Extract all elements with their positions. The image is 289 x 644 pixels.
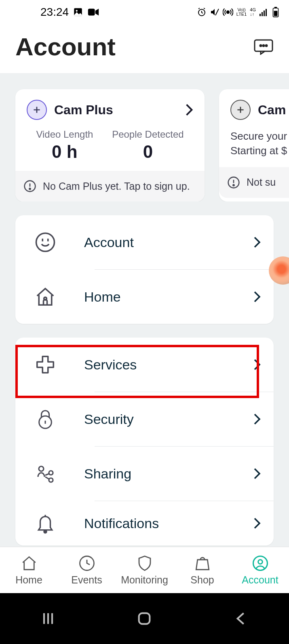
menu-label: Home	[60, 289, 253, 305]
system-nav-bar	[0, 593, 289, 644]
nav-account[interactable]: Account	[231, 547, 289, 593]
menu-section-1: Account Home	[15, 215, 274, 324]
video-icon	[87, 7, 99, 17]
menu-item-sharing[interactable]: Sharing	[15, 447, 274, 501]
svg-point-29	[39, 466, 44, 471]
info-icon	[23, 180, 36, 193]
stat-value: 0	[112, 142, 184, 162]
stat-value: 0 h	[36, 142, 93, 162]
menu-item-account[interactable]: Account	[15, 215, 274, 269]
nav-home[interactable]: Home	[0, 547, 58, 593]
menu-section-2: Services Security Sharing Notifications	[15, 338, 274, 545]
menu-item-services[interactable]: Services	[15, 338, 274, 392]
svg-point-35	[44, 531, 46, 533]
svg-point-37	[253, 556, 267, 570]
svg-point-19	[29, 188, 30, 189]
chevron-right-icon	[253, 413, 261, 425]
menu-item-home[interactable]: Home	[15, 270, 274, 324]
svg-rect-8	[264, 10, 265, 16]
battery-icon	[272, 7, 279, 17]
svg-point-16	[266, 45, 267, 46]
smiley-icon	[34, 231, 56, 253]
hotspot-icon	[223, 7, 233, 17]
promo-card-camplus[interactable]: Cam Plus Video Length 0 h People Detecte…	[15, 89, 205, 201]
svg-rect-2	[88, 9, 95, 16]
back-button[interactable]	[233, 610, 249, 627]
chevron-right-icon	[253, 236, 261, 248]
info-icon	[227, 176, 240, 189]
svg-rect-12	[274, 11, 278, 16]
nav-shop[interactable]: Shop	[173, 547, 231, 593]
promo-title: Cam Plus	[54, 103, 113, 117]
house-icon	[34, 286, 56, 308]
recents-button[interactable]	[40, 610, 56, 627]
promo-text-line: Secure your	[230, 129, 289, 143]
lock-icon	[36, 408, 55, 430]
nav-label: Monitoring	[121, 574, 168, 586]
home-button[interactable]	[136, 610, 152, 627]
svg-rect-6	[259, 14, 261, 16]
chevron-right-icon	[253, 291, 261, 303]
chevron-right-icon	[185, 103, 193, 116]
svg-point-1	[76, 10, 78, 12]
nav-label: Home	[15, 574, 42, 586]
svg-point-15	[263, 45, 264, 46]
svg-line-4	[215, 9, 219, 15]
svg-point-14	[260, 45, 262, 46]
nav-monitoring[interactable]: Monitoring	[116, 547, 173, 593]
network-label: Vo))LTE1	[236, 8, 247, 17]
svg-rect-7	[262, 12, 263, 16]
network-4g: 4G↓↑	[250, 8, 256, 17]
camplus-badge-icon	[27, 100, 47, 120]
content-area: Cam Plus Video Length 0 h People Detecte…	[0, 73, 289, 550]
svg-rect-9	[266, 9, 267, 16]
cam-badge-icon	[230, 100, 251, 120]
nav-label: Events	[71, 574, 102, 586]
alarm-icon	[197, 7, 207, 17]
menu-label: Account	[60, 235, 253, 250]
chevron-right-icon	[253, 517, 261, 529]
svg-line-32	[45, 474, 49, 475]
promo-text-line: Starting at $	[230, 143, 289, 158]
mute-icon	[210, 7, 219, 17]
status-time: 23:24	[40, 6, 69, 19]
chevron-right-icon	[253, 468, 261, 480]
promo-card-secondary[interactable]: Cam Secure your Starting at $ Not su	[219, 89, 289, 201]
bell-icon	[35, 512, 55, 535]
shield-icon	[136, 555, 153, 572]
home-icon	[21, 555, 38, 572]
promo-cards-row[interactable]: Cam Plus Video Length 0 h People Detecte…	[0, 89, 289, 201]
menu-item-notifications[interactable]: Notifications	[15, 501, 274, 545]
svg-point-5	[227, 11, 230, 14]
promo-footer: No Cam Plus yet. Tap to sign up.	[43, 180, 190, 192]
svg-point-23	[36, 233, 55, 252]
menu-label: Sharing	[60, 466, 253, 482]
menu-item-security[interactable]: Security	[15, 392, 274, 446]
svg-point-22	[233, 185, 234, 186]
menu-label: Services	[60, 357, 253, 373]
clock-icon	[78, 555, 95, 572]
bag-icon	[194, 555, 211, 572]
menu-label: Security	[60, 411, 253, 427]
page-title: Account	[15, 32, 116, 61]
page-header: Account	[0, 24, 289, 73]
status-bar: 23:24 Vo))LTE1 4G↓↑	[0, 0, 289, 24]
stat-label: Video Length	[36, 129, 93, 140]
nav-events[interactable]: Events	[58, 547, 116, 593]
account-icon	[252, 555, 269, 572]
chat-icon[interactable]	[253, 39, 274, 55]
photo-icon	[73, 7, 83, 17]
promo-footer: Not su	[247, 176, 276, 188]
signal-icon	[259, 8, 269, 16]
stat-label: People Detected	[112, 129, 184, 140]
nav-label: Shop	[190, 574, 214, 586]
plus-cross-icon	[34, 354, 56, 375]
svg-line-33	[45, 477, 49, 479]
svg-point-38	[258, 560, 262, 564]
nav-label: Account	[242, 574, 278, 586]
share-icon	[34, 462, 57, 485]
menu-label: Notifications	[60, 516, 253, 531]
bottom-nav: Home Events Monitoring Shop Account	[0, 547, 289, 593]
chevron-right-icon	[253, 359, 261, 371]
svg-rect-42	[139, 613, 150, 624]
